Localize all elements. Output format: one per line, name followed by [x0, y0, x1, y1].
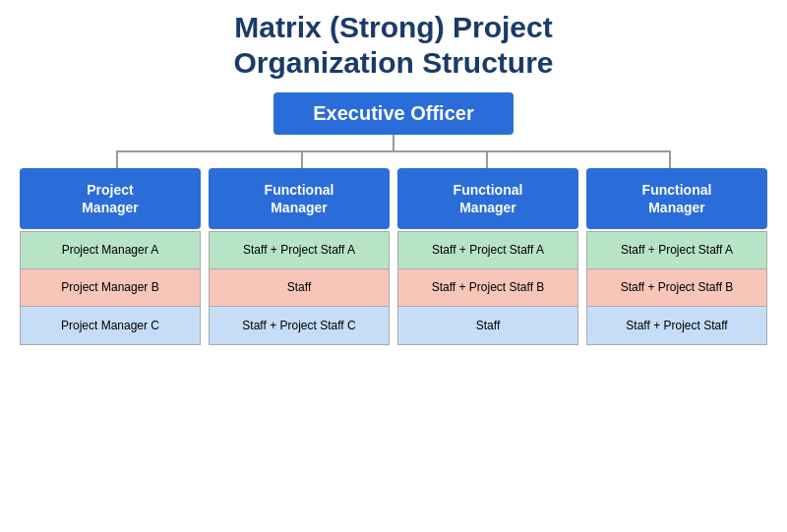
rows-container-1: Staff + Project Staff AStaffStaff + Proj… [209, 231, 390, 345]
column-2: FunctionalManagerStaff + Project Staff A… [397, 168, 578, 345]
cell-3-2: Staff + Project Staff [587, 307, 766, 344]
cell-1-0: Staff + Project Staff A [210, 232, 389, 269]
cell-0-1: Project Manager B [21, 269, 200, 307]
page-title: Matrix (Strong) ProjectOrganization Stru… [233, 10, 553, 81]
manager-box-3: FunctionalManager [586, 168, 767, 229]
cell-3-0: Staff + Project Staff A [587, 232, 766, 269]
column-0: ProjectManagerProject Manager AProject M… [20, 168, 201, 345]
manager-box-0: ProjectManager [20, 168, 201, 229]
page: Matrix (Strong) ProjectOrganization Stru… [0, 0, 787, 532]
cell-1-2: Staff + Project Staff C [210, 307, 389, 344]
exec-officer-box: Executive Officer [273, 92, 513, 135]
manager-box-1: FunctionalManager [209, 168, 390, 229]
cell-3-1: Staff + Project Staff B [587, 269, 766, 307]
columns-container: ProjectManagerProject Manager AProject M… [20, 168, 767, 345]
column-1: FunctionalManagerStaff + Project Staff A… [209, 168, 390, 345]
rows-container-0: Project Manager AProject Manager BProjec… [20, 231, 201, 345]
manager-box-2: FunctionalManager [397, 168, 578, 229]
cell-2-0: Staff + Project Staff A [398, 232, 577, 269]
cell-0-2: Project Manager C [21, 307, 200, 344]
column-3: FunctionalManagerStaff + Project Staff A… [586, 168, 767, 345]
cell-2-2: Staff [398, 307, 577, 344]
rows-container-2: Staff + Project Staff AStaff + Project S… [397, 231, 578, 345]
rows-container-3: Staff + Project Staff AStaff + Project S… [586, 231, 767, 345]
cell-1-1: Staff [210, 269, 389, 307]
cell-0-0: Project Manager A [21, 232, 200, 269]
cell-2-1: Staff + Project Staff B [398, 269, 577, 307]
